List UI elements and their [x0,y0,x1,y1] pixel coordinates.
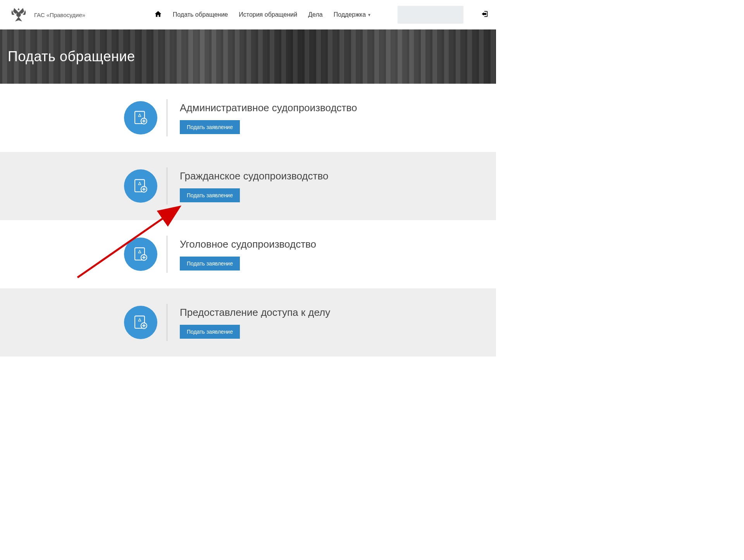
logo[interactable]: ГАС «Правосудие» [8,4,85,26]
caret-down-icon: ▼ [367,13,371,17]
category-admin: Административное судопроизводство Подать… [0,84,496,152]
nav-history[interactable]: История обращений [239,11,297,18]
submit-application-button[interactable]: Подать заявление [180,257,240,271]
hero-banner: Подать обращение [0,29,496,84]
page-title: Подать обращение [8,48,135,65]
nav-support[interactable]: Поддержка ▼ [334,11,371,18]
svg-point-0 [16,12,21,17]
category-title: Предоставление доступа к делу [180,307,330,319]
eagle-crest-icon [8,4,29,26]
nav-submit[interactable]: Подать обращение [173,11,228,18]
category-icon [124,238,157,271]
divider [167,167,167,205]
submit-application-button[interactable]: Подать заявление [180,188,240,202]
app-name: ГАС «Правосудие» [34,12,85,18]
home-icon[interactable] [154,10,162,20]
category-title: Уголовное судопроизводство [180,238,316,250]
divider [167,99,167,136]
nav-support-label: Поддержка [334,11,366,18]
user-menu[interactable] [398,6,463,24]
divider [167,304,167,341]
category-criminal: Уголовное судопроизводство Подать заявле… [0,220,496,288]
nav-cases[interactable]: Дела [308,11,322,18]
main-nav: Подать обращение История обращений Дела … [154,6,488,24]
category-case-access: Предоставление доступа к делу Подать зая… [0,288,496,357]
submit-application-button[interactable]: Подать заявление [180,120,240,134]
category-icon [124,306,157,339]
category-title: Административное судопроизводство [180,102,357,114]
category-title: Гражданское судопроизводство [180,170,328,182]
logout-icon[interactable] [480,10,488,20]
categories-section: Административное судопроизводство Подать… [0,84,496,357]
category-icon [124,101,157,134]
category-icon [124,169,157,203]
category-civil: Гражданское судопроизводство Подать заяв… [0,152,496,220]
submit-application-button[interactable]: Подать заявление [180,325,240,339]
header: ГАС «Правосудие» Подать обращение Истори… [0,0,496,29]
divider [167,236,167,273]
